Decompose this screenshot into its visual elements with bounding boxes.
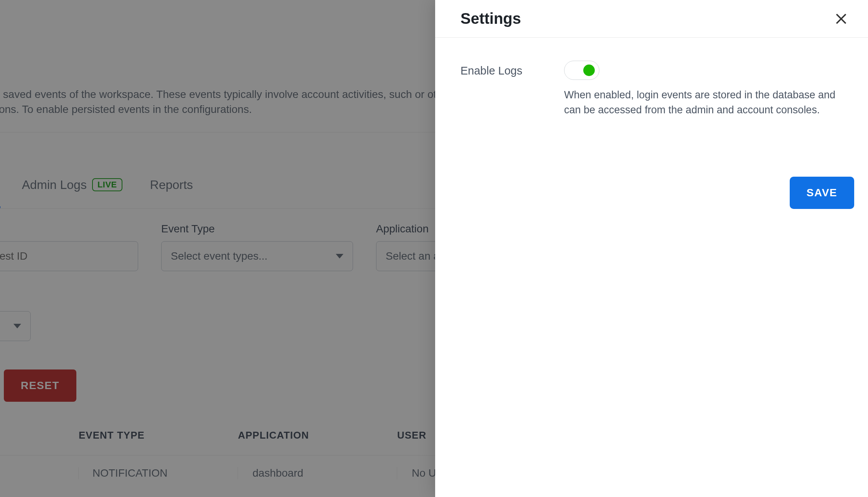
toggle-knob: [583, 65, 595, 76]
enable-logs-setting: Enable Logs When enabled, login events a…: [460, 61, 843, 118]
panel-title: Settings: [460, 10, 521, 27]
panel-header: Settings: [435, 0, 868, 38]
settings-panel: Settings Enable Logs When enabled, login…: [435, 0, 868, 497]
enable-logs-toggle[interactable]: [564, 61, 599, 80]
enable-logs-description: When enabled, login events are stored in…: [564, 88, 843, 118]
panel-actions: SAVE: [435, 177, 868, 209]
enable-logs-control: When enabled, login events are stored in…: [564, 61, 843, 118]
save-button[interactable]: SAVE: [790, 177, 854, 209]
close-icon: [834, 12, 848, 26]
close-button[interactable]: [833, 11, 849, 27]
enable-logs-label: Enable Logs: [460, 61, 526, 118]
panel-body: Enable Logs When enabled, login events a…: [435, 38, 868, 141]
